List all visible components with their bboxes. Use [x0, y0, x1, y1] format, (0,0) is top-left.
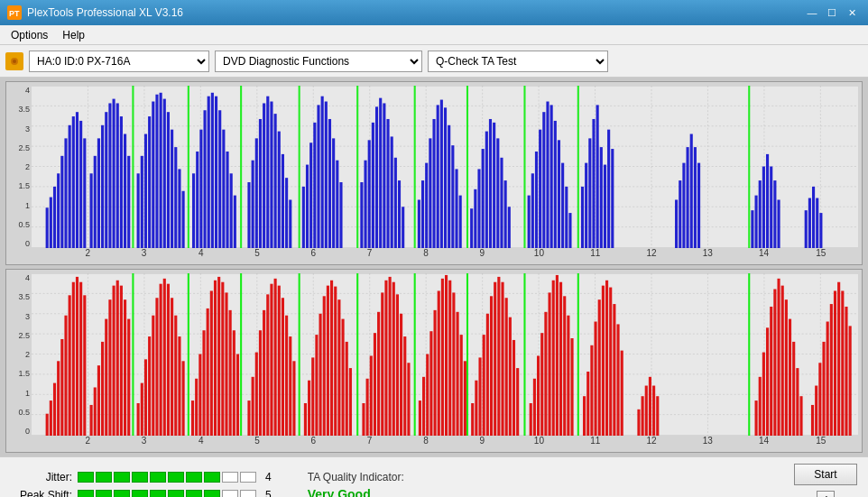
svg-rect-35	[72, 116, 75, 248]
svg-rect-352	[637, 410, 640, 436]
svg-rect-360	[759, 377, 762, 436]
svg-rect-181	[812, 187, 815, 248]
svg-rect-373	[815, 386, 817, 436]
menu-help[interactable]: Help	[55, 27, 92, 43]
svg-rect-125	[451, 145, 454, 248]
svg-rect-303	[426, 354, 429, 436]
svg-rect-147	[550, 105, 553, 248]
svg-rect-80	[255, 138, 258, 248]
svg-rect-180	[808, 198, 811, 248]
svg-rect-73	[222, 130, 225, 248]
svg-rect-328	[577, 273, 579, 436]
svg-rect-179	[805, 210, 808, 248]
x-label-4-bot: 4	[199, 436, 204, 446]
svg-rect-220	[94, 387, 97, 436]
svg-rect-143	[535, 152, 538, 248]
svg-rect-326	[512, 340, 515, 436]
svg-rect-356	[652, 386, 655, 436]
svg-rect-57	[160, 93, 162, 248]
svg-rect-170	[748, 86, 750, 248]
svg-rect-237	[160, 284, 162, 436]
svg-rect-271	[292, 361, 295, 436]
svg-rect-367	[785, 299, 788, 436]
svg-rect-28	[46, 207, 49, 248]
jitter-seg-8	[204, 472, 220, 483]
svg-rect-217	[83, 295, 86, 436]
svg-rect-261	[255, 353, 258, 436]
svg-rect-353	[642, 396, 644, 436]
peak-shift-label: Peak Shift:	[11, 489, 72, 497]
svg-rect-325	[509, 318, 512, 436]
y-label-bot-1: 1	[25, 389, 30, 398]
minimize-button[interactable]: —	[803, 5, 821, 21]
x-label-14-bot: 14	[759, 436, 769, 446]
x-label-10-top: 10	[534, 248, 544, 258]
svg-rect-120	[432, 119, 435, 248]
x-label-7-top: 7	[367, 248, 373, 258]
svg-rect-247	[199, 354, 201, 436]
svg-rect-234	[148, 336, 151, 436]
test-select[interactable]: Q-Check TA Test	[428, 51, 608, 72]
svg-rect-111	[391, 136, 393, 248]
peak-shift-row: Peak Shift: 5	[11, 489, 272, 497]
svg-rect-75	[230, 173, 233, 248]
svg-rect-316	[475, 381, 477, 436]
drive-select[interactable]: HA:0 ID:0 PX-716A	[29, 51, 209, 72]
x-label-12-bot: 12	[646, 436, 656, 446]
app-icon: PT	[7, 5, 22, 20]
x-label-4-top: 4	[199, 248, 204, 258]
info-button[interactable]: i	[817, 491, 835, 497]
svg-rect-151	[565, 187, 568, 248]
svg-rect-264	[266, 294, 269, 436]
svg-rect-251	[214, 281, 217, 436]
svg-rect-102	[356, 86, 358, 248]
start-button[interactable]: Start	[794, 464, 857, 485]
svg-rect-364	[773, 290, 776, 436]
jitter-seg-1	[78, 472, 94, 483]
svg-rect-285	[349, 368, 352, 436]
top-chart: 4 3.5 3 2.5 2 1.5 1 0.5 0	[5, 81, 863, 265]
bottom-chart-svg	[32, 273, 858, 436]
y-label-bot-4: 4	[25, 273, 30, 282]
peak-seg-4	[132, 490, 148, 497]
svg-rect-146	[546, 102, 549, 248]
svg-rect-118	[425, 163, 428, 248]
svg-rect-280	[330, 281, 333, 436]
svg-rect-105	[368, 140, 371, 248]
svg-rect-361	[762, 353, 765, 436]
svg-rect-92	[306, 165, 309, 248]
svg-rect-305	[434, 310, 437, 436]
peak-seg-7	[186, 490, 202, 497]
svg-rect-301	[419, 400, 421, 436]
close-button[interactable]: ✕	[843, 5, 861, 21]
svg-rect-366	[781, 286, 784, 436]
svg-rect-207	[46, 414, 49, 436]
svg-rect-213	[69, 295, 71, 436]
y-label-bot-0: 0	[25, 427, 30, 436]
menu-options[interactable]: Options	[4, 27, 55, 43]
y-label-top-05: 0.5	[18, 220, 30, 229]
svg-rect-377	[830, 304, 833, 436]
svg-rect-267	[278, 286, 281, 436]
peak-seg-1	[78, 490, 94, 497]
svg-rect-131	[477, 169, 480, 248]
svg-rect-150	[561, 163, 564, 248]
svg-rect-311	[456, 312, 458, 436]
title-text: PlexTools Professional XL V3.16	[27, 6, 801, 19]
svg-rect-32	[60, 156, 63, 248]
svg-rect-76	[234, 196, 236, 248]
svg-rect-53	[144, 134, 147, 248]
svg-rect-302	[422, 377, 425, 436]
svg-rect-108	[379, 98, 382, 248]
svg-rect-85	[274, 114, 277, 248]
x-label-8-bot: 8	[423, 436, 429, 446]
maximize-button[interactable]: ☐	[823, 5, 841, 21]
function-select[interactable]: DVD Diagnostic Functions	[215, 51, 422, 72]
jitter-seg-7	[186, 472, 202, 483]
svg-rect-59	[167, 112, 170, 248]
svg-rect-342	[586, 372, 589, 436]
x-label-15-bot: 15	[816, 436, 826, 446]
svg-rect-97	[325, 102, 328, 248]
svg-rect-290	[374, 333, 376, 436]
svg-rect-339	[567, 316, 569, 436]
